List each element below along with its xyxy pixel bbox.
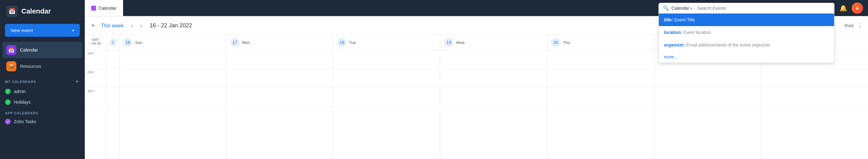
day-num-16: 16 [123, 38, 132, 47]
search-option-organizer[interactable]: organizer: Email address/name of the eve… [659, 39, 834, 51]
zoho-tasks-check-icon: ✓ [5, 119, 11, 124]
search-wrapper: 🔍 Calendar ▾ title: Event Title location… [658, 3, 834, 13]
holidays-check-icon: ✓ [5, 99, 11, 105]
search-dropdown: title: Event Title location: Event locat… [658, 13, 834, 63]
app-title: Calendar [21, 7, 51, 15]
day-header-wed: 19 Wed [440, 35, 547, 50]
date-range: 16 - 22 Jan 2022 [150, 22, 192, 29]
week-number-badge: 3 [109, 38, 117, 46]
day-col-mon[interactable] [226, 50, 334, 159]
print-button[interactable]: Print [844, 23, 854, 28]
top-bar: Calendar 🔍 Calendar ▾ title: Ev [85, 0, 868, 17]
day-col-tue[interactable] [333, 50, 440, 159]
main-content: Calendar 🔍 Calendar ▾ title: Ev [85, 0, 868, 159]
day-col-fri[interactable] [654, 50, 762, 159]
next-week-button[interactable]: › [138, 22, 145, 30]
time-column: 1pm 2pm 3pm [85, 50, 107, 159]
calendar-tab[interactable]: Calendar [85, 0, 123, 16]
plus-icon: + [91, 22, 95, 29]
day-num-20: 20 [551, 38, 561, 47]
day-col-thu[interactable] [547, 50, 654, 159]
time-slot-3pm: 3pm [85, 88, 106, 106]
search-option-location[interactable]: location: Event location [659, 26, 834, 39]
sidebar-item-calendar[interactable]: 📅 Calendar [2, 42, 82, 58]
tab-bar: Calendar [85, 0, 123, 16]
day-col-wed[interactable] [440, 50, 547, 159]
day-num-18: 18 [337, 38, 346, 47]
add-event-button[interactable]: + [90, 21, 96, 30]
calendar-tab-icon [91, 6, 96, 11]
this-week-button[interactable]: This week [99, 21, 126, 30]
search-option-title[interactable]: title: Event Title [659, 13, 834, 26]
app-logo-icon: 📅 [6, 6, 18, 17]
day-header-thu: 20 Thu [547, 35, 654, 50]
app-calendars-section: APP CALENDARS [0, 107, 85, 116]
calendar-item-zoho-tasks[interactable]: ✓ Zoho Tasks [0, 116, 85, 127]
more-options-button[interactable]: ⋮ [857, 22, 863, 29]
search-icon: 🔍 [663, 5, 669, 11]
new-event-chevron-icon: ▾ [72, 28, 74, 33]
day-col-sat[interactable] [761, 50, 868, 159]
time-slot-2pm: 2pm [85, 69, 106, 88]
calendar-body: 1pm 2pm 3pm [85, 50, 868, 159]
day-header-sun: 16 Sun [119, 35, 226, 50]
scope-chevron-icon: ▾ [690, 7, 692, 10]
resources-nav-icon: 📦 [6, 61, 16, 71]
time-slot-1pm: 1pm [85, 50, 106, 69]
my-calendars-section: MY CALENDARS ＋ [0, 74, 85, 86]
search-scope-dropdown[interactable]: Calendar ▾ [672, 6, 692, 11]
add-calendar-icon[interactable]: ＋ [74, 78, 80, 85]
gmt-cell: GMT +05:30 [85, 35, 107, 50]
toolbar-right: Print ⋮ [844, 22, 863, 29]
sidebar-item-resources[interactable]: 📦 Resources [2, 58, 82, 74]
search-more-link[interactable]: more... [659, 51, 834, 63]
search-container: 🔍 Calendar ▾ [658, 3, 834, 13]
user-avatar[interactable]: A [852, 2, 863, 14]
week-num-cell: 3 [107, 35, 119, 50]
prev-week-button[interactable]: ‹ [129, 22, 135, 30]
day-num-19: 19 [444, 38, 454, 47]
sidebar: 📅 Calendar New event ▾ 📅 Calendar 📦 Reso… [0, 0, 85, 159]
calendar-item-holidays[interactable]: ✓ Holidays [0, 97, 85, 107]
calendar-nav-icon: 📅 [6, 45, 16, 55]
calendar-item-admin[interactable]: ✓ admin [0, 86, 85, 97]
sidebar-header: 📅 Calendar [0, 0, 85, 23]
nav-items: 📅 Calendar 📦 Resources [0, 42, 85, 74]
admin-check-icon: ✓ [5, 89, 11, 94]
day-header-mon: 17 Mon [226, 35, 334, 50]
day-header-tue: 18 Tue [333, 35, 440, 50]
new-event-button[interactable]: New event ▾ [5, 24, 80, 37]
day-col-sun[interactable] [119, 50, 226, 159]
search-input[interactable] [698, 6, 830, 11]
notification-icon[interactable]: 🔔 [839, 4, 847, 12]
week-spacer-col [107, 50, 119, 159]
day-num-17: 17 [230, 38, 240, 47]
